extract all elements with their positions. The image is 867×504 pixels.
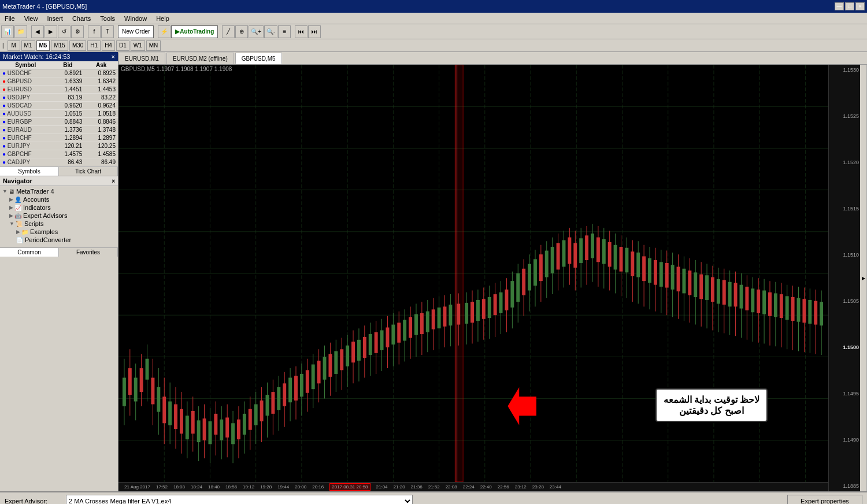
back-button[interactable]: ◀ (31, 25, 44, 38)
mw-close-icon[interactable]: × (112, 53, 115, 60)
svg-rect-189 (591, 234, 594, 258)
market-watch-row[interactable]: ● GBPCHF 1.4575 1.4585 (0, 150, 118, 158)
tree-item-examples[interactable]: ▶ 📁 Examples (15, 228, 117, 236)
zoom-in[interactable]: 🔍+ (249, 25, 264, 38)
close-button[interactable]: × (855, 2, 865, 10)
tab-symbols[interactable]: Symbols (0, 167, 59, 176)
tree-item-ea[interactable]: ▶ 🤖 Expert Advisors (8, 212, 117, 220)
market-watch-row[interactable]: ● USDCHF 0.8921 0.8925 (0, 69, 118, 77)
menu-window[interactable]: Window (120, 14, 151, 23)
templates-button[interactable]: T (101, 25, 114, 38)
navigator-tree: ▼ 🖥 MetaTrader 4 ▶ 👤 Accounts ▶ 📈 Indica… (0, 186, 118, 245)
market-watch-row[interactable]: ● EURJPY 120.21 120.25 (0, 142, 118, 150)
svg-rect-126 (409, 317, 412, 338)
time-label-14: 21:20 (394, 484, 405, 490)
bid-cell: 1.2894 (51, 134, 84, 142)
chart-area[interactable]: GBPUSD,M5 1.1907 1.1908 1.1907 1.1908 (118, 65, 860, 491)
menu-tools[interactable]: Tools (95, 14, 120, 23)
tf-mn[interactable]: MN (146, 40, 161, 51)
svg-rect-203 (631, 251, 634, 276)
new-chart-button[interactable]: 📊 (1, 25, 14, 38)
svg-rect-145 (465, 303, 468, 324)
refresh-button[interactable]: ↺ (58, 25, 71, 38)
menu-help[interactable]: Help (151, 14, 174, 23)
svg-rect-175 (551, 247, 554, 273)
ea-select[interactable]: 2 MA Crosses Mega filter EA V1.ex4 (66, 495, 413, 504)
forward-button[interactable]: ▶ (45, 25, 57, 38)
symbol-cell: ● GBPUSD (0, 77, 51, 86)
market-watch-row[interactable]: ● USDCAD 0.9620 0.9624 (0, 102, 118, 110)
market-watch-row[interactable]: ● EURGBP 0.8843 0.8846 (0, 118, 118, 126)
minimize-button[interactable]: — (835, 2, 844, 10)
time-label-9: 19:44 (277, 484, 289, 490)
open-button[interactable]: 📁 (14, 25, 27, 38)
new-order-button[interactable]: New Order (118, 25, 154, 38)
vertical-tab[interactable]: ▶ (860, 65, 867, 491)
autotrading-button[interactable]: ▶ AutoTrading (171, 25, 218, 38)
svg-rect-235 (722, 280, 726, 305)
chart-type[interactable]: ≡ (278, 25, 291, 38)
svg-rect-201 (625, 248, 628, 273)
svg-rect-140 (449, 305, 452, 325)
navigator-close-icon[interactable]: × (112, 178, 115, 184)
title-bar: MetaTrader 4 - [GBPUSD,M5] — □ × (0, 0, 867, 13)
indicators-button[interactable]: f (88, 25, 101, 38)
menu-charts[interactable]: Charts (68, 14, 95, 23)
svg-rect-78 (271, 392, 275, 414)
tf-d1[interactable]: D1 (116, 40, 129, 51)
svg-rect-269 (820, 302, 823, 325)
chart-tab-gbpusd-m5[interactable]: GBPUSD,M5 (235, 53, 282, 64)
line-tool[interactable]: ╱ (222, 25, 235, 38)
tf-m1[interactable]: M1 (21, 40, 35, 51)
nav-tab-favorites[interactable]: Favorites (59, 248, 118, 257)
tree-item-indicators[interactable]: ▶ 📈 Indicators (8, 203, 117, 212)
tree-item-mt4[interactable]: ▼ 🖥 MetaTrader 4 (1, 187, 117, 195)
menu-file[interactable]: File (0, 14, 20, 23)
settings-button[interactable]: ⚡ (158, 25, 171, 38)
market-watch-row[interactable]: ● USDJPY 83.19 83.22 (0, 94, 118, 102)
nav-tab-common[interactable]: Common (0, 248, 59, 257)
ask-cell: 1.0518 (84, 110, 118, 118)
svg-rect-263 (802, 299, 806, 323)
svg-rect-245 (751, 288, 754, 312)
time-label-7: 19:12 (243, 484, 254, 490)
market-watch-tabs: Symbols Tick Chart (0, 166, 118, 176)
market-watch-row[interactable]: ● GBPUSD 1.6339 1.6342 (0, 77, 118, 86)
menu-view[interactable]: View (20, 14, 43, 23)
maximize-button[interactable]: □ (845, 2, 854, 10)
title-bar-text: MetaTrader 4 - [GBPUSD,M5] (2, 3, 87, 10)
tree-item-accounts[interactable]: ▶ 👤 Accounts (8, 195, 117, 203)
time-label-20: 22:56 (498, 484, 509, 490)
tf-m30[interactable]: M30 (69, 40, 86, 51)
svg-rect-88 (300, 374, 303, 396)
expert-properties-button[interactable]: Expert properties (787, 495, 862, 504)
scroll-left[interactable]: ⏮ (295, 25, 307, 38)
time-label-10: 20:00 (295, 484, 306, 490)
tf-h4[interactable]: H4 (102, 40, 115, 51)
crosshair-tool[interactable]: ⊕ (235, 25, 248, 38)
tf-m15[interactable]: M15 (51, 40, 68, 51)
tree-item-scripts[interactable]: ▼ 📜 Scripts (8, 220, 117, 228)
ask-cell: 1.4585 (84, 150, 118, 158)
tab-tick-chart[interactable]: Tick Chart (59, 167, 118, 176)
tf-h1[interactable]: H1 (87, 40, 101, 51)
main-area: Market Watch: 16:24:53 × Symbol Bid Ask … (0, 52, 867, 491)
chart-tab-eurusd-m2[interactable]: EURUSD,M2 (offline) (166, 53, 234, 64)
tf-m[interactable]: M (8, 40, 20, 51)
zoom-out[interactable]: 🔍- (264, 25, 277, 38)
market-watch-row[interactable]: ● AUDUSD 1.0515 1.0518 (0, 110, 118, 118)
tf-w1[interactable]: W1 (131, 40, 145, 51)
scroll-right[interactable]: ⏭ (308, 25, 321, 38)
properties-button[interactable]: ⚙ (71, 25, 84, 38)
market-watch-row[interactable]: ● EURCHF 1.2894 1.2897 (0, 134, 118, 142)
tf-m5[interactable]: M5 (36, 40, 50, 51)
tree-item-period-converter[interactable]: 📄 PeriodConverter (15, 236, 117, 244)
mt4-icon: 🖥 (9, 188, 14, 195)
chart-tab-eurusd-m1[interactable]: EURUSD,M1 (118, 53, 165, 64)
price-label-1: 1.1530 (830, 67, 859, 73)
market-watch-row[interactable]: ● EURAUD 1.3736 1.3748 (0, 126, 118, 134)
market-watch-row[interactable]: ● EURUSD 1.4451 1.4453 (0, 86, 118, 94)
market-watch-row[interactable]: ● CADJPY 86.43 86.49 (0, 158, 118, 166)
svg-rect-32 (140, 368, 143, 392)
menu-insert[interactable]: Insert (42, 14, 68, 23)
